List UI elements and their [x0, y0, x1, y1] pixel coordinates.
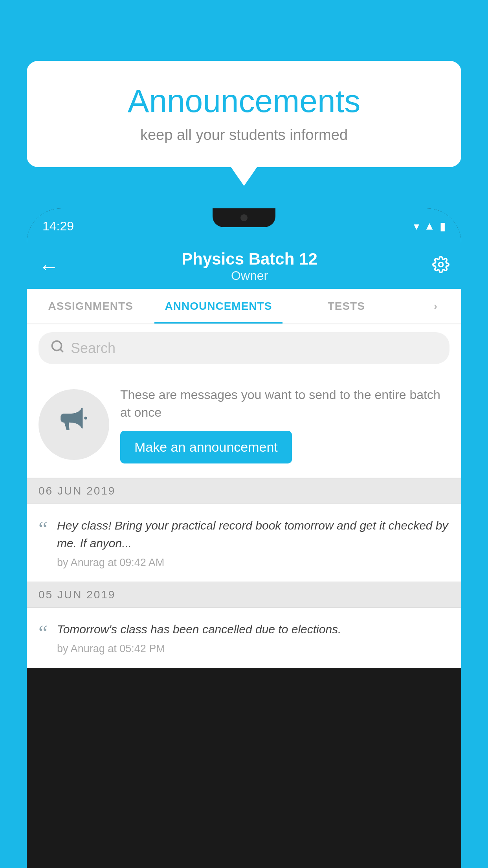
back-button[interactable]: ←	[39, 255, 59, 278]
search-bar: Search	[27, 324, 461, 372]
announcement-content-1: Hey class! Bring your practical record b…	[57, 517, 449, 569]
battery-icon: ▮	[440, 220, 446, 233]
svg-point-0	[439, 262, 443, 267]
search-placeholder: Search	[71, 340, 116, 357]
announcement-text-2: Tomorrow's class has been cancelled due …	[57, 620, 449, 638]
tab-announcements[interactable]: ANNOUNCEMENTS	[154, 289, 282, 324]
app-bar: ← Physics Batch 12 Owner	[27, 244, 461, 289]
status-icons: ▾ ▲ ▮	[414, 220, 446, 233]
app-bar-main-title: Physics Batch 12	[67, 250, 432, 268]
announcement-text-1: Hey class! Bring your practical record b…	[57, 517, 449, 552]
announcement-meta-2: by Anurag at 05:42 PM	[57, 643, 449, 655]
announcement-promo: These are messages you want to send to t…	[27, 372, 461, 478]
tab-assignments[interactable]: ASSIGNMENTS	[27, 289, 154, 324]
status-bar: 14:29 ▾ ▲ ▮	[27, 208, 461, 244]
promo-description: These are messages you want to send to t…	[120, 386, 449, 421]
announcement-item-2[interactable]: “ Tomorrow's class has been cancelled du…	[27, 608, 461, 668]
speech-bubble-title: Announcements	[50, 83, 438, 120]
promo-right: These are messages you want to send to t…	[120, 386, 449, 463]
date-separator-1: 06 JUN 2019	[27, 478, 461, 504]
phone-notch	[213, 208, 275, 227]
app-bar-title-group: Physics Batch 12 Owner	[67, 250, 432, 283]
quote-icon-2: “	[39, 623, 48, 643]
tabs-bar: ASSIGNMENTS ANNOUNCEMENTS TESTS ›	[27, 289, 461, 324]
signal-icon: ▲	[424, 220, 435, 232]
search-input-wrap[interactable]: Search	[39, 332, 449, 364]
app-bar-subtitle: Owner	[67, 268, 432, 283]
make-announcement-button[interactable]: Make an announcement	[120, 431, 292, 463]
announcement-content-2: Tomorrow's class has been cancelled due …	[57, 620, 449, 655]
speech-bubble: Announcements keep all your students inf…	[27, 61, 461, 167]
quote-icon-1: “	[39, 519, 48, 539]
wifi-icon: ▾	[414, 220, 419, 233]
settings-button[interactable]	[432, 256, 449, 277]
speech-bubble-subtitle: keep all your students informed	[50, 127, 438, 143]
content-area: Search These are messages you want to se…	[27, 324, 461, 668]
status-time: 14:29	[42, 219, 74, 234]
date-separator-2: 05 JUN 2019	[27, 582, 461, 608]
announcement-item-1[interactable]: “ Hey class! Bring your practical record…	[27, 504, 461, 582]
search-icon	[50, 339, 64, 357]
phone-frame: 14:29 ▾ ▲ ▮ ← Physics Batch 12 Owner ASS…	[27, 208, 461, 868]
tab-tests[interactable]: TESTS	[283, 289, 410, 324]
announcement-meta-1: by Anurag at 09:42 AM	[57, 557, 449, 569]
promo-icon-circle	[39, 389, 109, 460]
tab-more[interactable]: ›	[410, 289, 461, 324]
megaphone-icon	[56, 403, 92, 446]
svg-line-2	[60, 349, 63, 352]
camera-dot	[240, 214, 248, 221]
